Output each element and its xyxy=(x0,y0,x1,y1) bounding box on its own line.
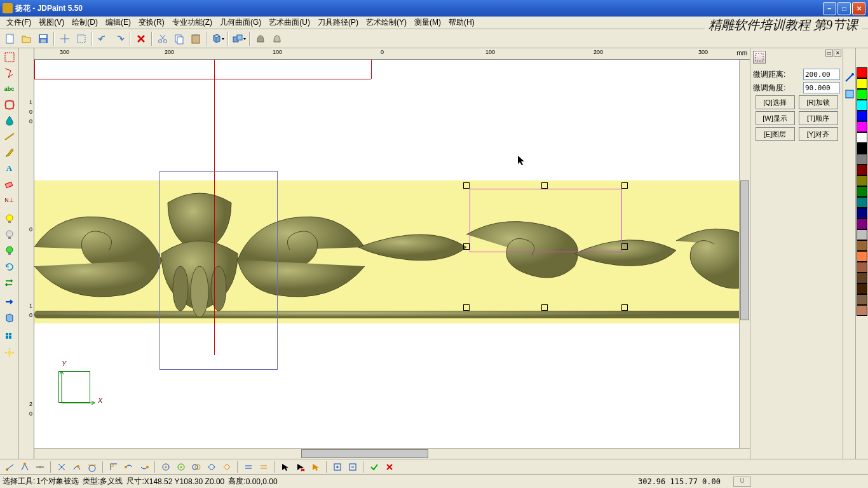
cursor-button[interactable] xyxy=(57,31,72,46)
tool-line[interactable] xyxy=(2,129,17,144)
menu-pro[interactable]: 专业功能(Z) xyxy=(168,16,216,29)
color-swatch[interactable] xyxy=(857,251,867,262)
tool-brush[interactable] xyxy=(2,145,17,160)
tool-erase[interactable] xyxy=(2,177,17,192)
tool-select-poly[interactable] xyxy=(2,65,17,81)
cube-dropdown[interactable] xyxy=(210,31,225,46)
snap-quad3[interactable] xyxy=(205,461,219,473)
menu-help[interactable]: 帮助(H) xyxy=(445,16,478,29)
copy-button[interactable] xyxy=(172,31,187,46)
color-swatch[interactable] xyxy=(857,273,867,283)
menu-view[interactable]: 视图(V) xyxy=(35,16,68,29)
tool-spark[interactable] xyxy=(2,345,17,360)
selection-handle[interactable] xyxy=(541,304,548,311)
tool-text-abc[interactable]: abc xyxy=(2,81,17,97)
color-swatch[interactable] xyxy=(857,219,867,229)
selection-handle[interactable] xyxy=(621,304,628,311)
color-swatch[interactable] xyxy=(857,262,867,273)
save-button[interactable] xyxy=(36,31,51,46)
selection-mode-icon[interactable] xyxy=(753,51,766,64)
selection-handle[interactable] xyxy=(463,304,470,311)
close-button[interactable]: ✕ xyxy=(852,2,865,15)
snap-para1[interactable] xyxy=(241,461,255,473)
render2-button[interactable] xyxy=(269,31,285,46)
r-lock-button[interactable]: [R]加锁 xyxy=(799,95,838,109)
paste-button[interactable] xyxy=(188,31,203,46)
panel-pin-icon[interactable]: ▭ xyxy=(825,50,833,57)
menu-artsurf[interactable]: 艺术曲面(U) xyxy=(265,16,314,29)
snap-para2[interactable] xyxy=(257,461,271,473)
color-swatch[interactable] xyxy=(857,143,867,154)
e-layer-button[interactable]: [E]图层 xyxy=(756,127,795,141)
tool-layer-circle[interactable] xyxy=(2,97,17,112)
tool-bulb-on[interactable] xyxy=(2,212,17,227)
tool-arrow[interactable] xyxy=(2,294,17,309)
tool-grid[interactable] xyxy=(2,329,17,344)
status-u-button[interactable]: U xyxy=(733,477,751,487)
color-swatch[interactable] xyxy=(857,294,867,305)
color-swatch[interactable] xyxy=(857,229,867,240)
snap-cancel[interactable] xyxy=(383,461,397,473)
tool-snap[interactable]: N⊥ xyxy=(2,193,17,208)
canvas[interactable]: Y X xyxy=(34,60,739,448)
color-swatch[interactable] xyxy=(857,240,867,251)
tool-3dbox[interactable] xyxy=(2,310,17,325)
marquee-button[interactable] xyxy=(74,31,89,46)
scrollbar-thumb[interactable] xyxy=(301,449,428,458)
menu-toolpath[interactable]: 刀具路径(P) xyxy=(314,16,362,29)
snap-zoom2[interactable] xyxy=(346,461,360,473)
menu-measure[interactable]: 测量(M) xyxy=(410,16,445,29)
scrollbar-thumb[interactable] xyxy=(740,180,749,320)
snap-int[interactable] xyxy=(189,461,203,473)
tool-refresh[interactable] xyxy=(2,259,17,274)
menu-draw[interactable]: 绘制(D) xyxy=(68,16,102,29)
color-swatch[interactable] xyxy=(857,154,867,165)
color-swatch[interactable] xyxy=(857,132,867,143)
maximize-button[interactable]: □ xyxy=(837,2,851,15)
open-button[interactable] xyxy=(19,31,34,46)
color-swatch[interactable] xyxy=(857,111,867,121)
new-button[interactable] xyxy=(3,31,18,46)
selection-handle[interactable] xyxy=(621,243,628,250)
snap-near[interactable] xyxy=(70,461,84,473)
snap-ok[interactable] xyxy=(367,461,381,473)
tool-paint-drop[interactable] xyxy=(2,113,17,128)
selection-handle[interactable] xyxy=(541,182,548,189)
snap-cursor2[interactable] xyxy=(309,461,323,473)
tool-bulb-green[interactable] xyxy=(2,243,17,259)
color-swatch[interactable] xyxy=(857,197,867,208)
color-swatch[interactable] xyxy=(857,89,867,100)
color-swatch[interactable] xyxy=(857,186,867,197)
menu-transform[interactable]: 变换(R) xyxy=(135,16,168,29)
tool-bulb-off[interactable] xyxy=(2,227,17,243)
redo-button[interactable] xyxy=(112,31,127,46)
panel-close-icon[interactable]: ✕ xyxy=(834,50,841,57)
selection-handle[interactable] xyxy=(463,182,470,189)
snap-tan[interactable] xyxy=(85,461,99,473)
nudge-distance-input[interactable] xyxy=(803,69,840,80)
cut-button[interactable] xyxy=(155,31,170,46)
color-swatch[interactable] xyxy=(857,165,867,175)
menu-edit[interactable]: 编辑(E) xyxy=(102,16,135,29)
menu-file[interactable]: 文件(F) xyxy=(3,16,35,29)
snap-cursor-x[interactable] xyxy=(294,461,308,473)
selection-handle[interactable] xyxy=(621,182,628,189)
snap-x[interactable] xyxy=(55,461,69,473)
snap-perp[interactable] xyxy=(107,461,121,473)
color-swatch[interactable] xyxy=(857,208,867,219)
snap-cen1[interactable] xyxy=(159,461,173,473)
snap-quad4[interactable] xyxy=(220,461,234,473)
delete-button[interactable] xyxy=(133,31,149,46)
snap-cursor1[interactable] xyxy=(278,461,292,473)
color-swatch[interactable] xyxy=(857,305,867,316)
tool-swap[interactable] xyxy=(2,275,17,290)
y-align-button[interactable]: [Y]对齐 xyxy=(799,127,838,141)
vertical-scrollbar[interactable] xyxy=(739,60,750,448)
render1-button[interactable] xyxy=(253,31,268,46)
color-swatch[interactable] xyxy=(857,100,867,111)
snap-cen2[interactable] xyxy=(174,461,188,473)
snap-quad1[interactable] xyxy=(122,461,136,473)
color-swatch[interactable] xyxy=(857,67,867,78)
color-swatch[interactable] xyxy=(857,121,867,132)
color-swatch[interactable] xyxy=(857,283,867,294)
